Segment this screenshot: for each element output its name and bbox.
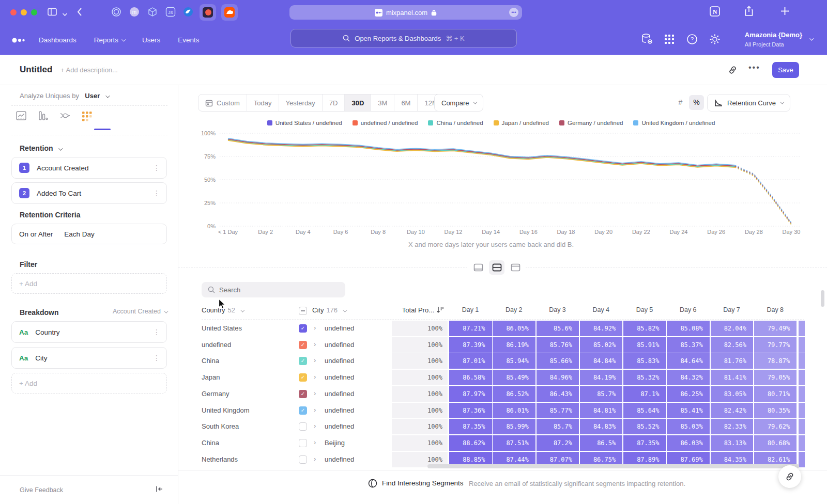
share-link-fab[interactable] xyxy=(778,465,801,488)
back-icon[interactable] xyxy=(76,7,83,19)
day-column-header[interactable]: Day 2 xyxy=(493,306,535,313)
expand-row-icon[interactable]: › xyxy=(314,324,316,332)
range-3m[interactable]: 3M xyxy=(371,94,394,111)
extension-ring-icon[interactable] xyxy=(111,7,121,19)
extension-avatar-icon[interactable]: m xyxy=(129,7,140,19)
row-checkbox-unchecked[interactable] xyxy=(299,455,307,464)
row-checkbox-checked[interactable]: ✓ xyxy=(299,341,307,349)
expand-row-icon[interactable]: › xyxy=(314,356,316,364)
legend-item[interactable]: China / undefined xyxy=(428,120,483,126)
legend-item[interactable]: United States / undefined xyxy=(267,120,342,126)
row-checkbox-checked[interactable]: ✓ xyxy=(299,357,307,365)
row-checkbox-unchecked[interactable] xyxy=(299,439,307,447)
expand-row-icon[interactable]: › xyxy=(314,340,316,348)
sort-descending-icon[interactable] xyxy=(436,306,444,316)
retention-criteria-card[interactable]: On or After Each Day xyxy=(11,224,167,244)
save-button[interactable]: Save xyxy=(772,62,799,78)
nav-item-reports[interactable]: Reports xyxy=(94,36,125,44)
percent-values-toggle[interactable]: % xyxy=(689,95,704,110)
range-yesterday[interactable]: Yesterday xyxy=(279,94,323,111)
range-7d[interactable]: 7D xyxy=(323,94,345,111)
close-window-button[interactable] xyxy=(10,9,17,15)
site-options-icon[interactable]: ••• xyxy=(509,8,518,17)
row-checkbox-checked[interactable]: ✓ xyxy=(299,390,307,398)
absolute-values-toggle[interactable]: # xyxy=(673,95,688,110)
legend-item[interactable]: undefined / undefined xyxy=(353,120,418,126)
extension-producthunt-tile[interactable] xyxy=(200,4,216,21)
page-title[interactable]: Untitled xyxy=(20,65,52,75)
table-search[interactable] xyxy=(202,282,345,297)
chevron-down-icon[interactable] xyxy=(62,9,68,19)
day-column-header[interactable]: Day 8 xyxy=(754,306,797,313)
tab-flows[interactable] xyxy=(59,110,71,122)
split-view-icon[interactable] xyxy=(489,260,504,275)
day-column-header[interactable]: Day 3 xyxy=(537,306,579,313)
extension-cube-icon[interactable] xyxy=(147,7,158,19)
chart-type-selector[interactable]: Retention Curve xyxy=(707,94,790,112)
legend-item[interactable]: United Kingdom / undefined xyxy=(633,120,715,126)
tab-funnels[interactable] xyxy=(37,110,50,122)
tab-retention[interactable] xyxy=(81,110,93,122)
expand-row-icon[interactable]: › xyxy=(314,455,316,463)
expand-row-icon[interactable]: › xyxy=(314,389,316,397)
expand-row-icon[interactable]: › xyxy=(314,438,316,446)
day-column-header[interactable]: Day 5 xyxy=(623,306,666,313)
horizontal-scrollbar[interactable] xyxy=(427,464,799,468)
day-column-header[interactable]: Day 1 xyxy=(449,306,492,313)
mixpanel-logo[interactable] xyxy=(11,36,29,45)
select-all-checkbox[interactable] xyxy=(299,307,307,315)
kebab-menu-icon[interactable]: ⋮ xyxy=(153,189,160,197)
project-selector[interactable]: Amazonia {Demo} All Project Data xyxy=(745,30,813,49)
analyze-uniques-row[interactable]: Analyze Uniques by User xyxy=(20,91,109,100)
extension-bird-icon[interactable] xyxy=(183,7,193,19)
vertical-scrollbar[interactable] xyxy=(821,290,824,307)
settings-gear-icon[interactable] xyxy=(709,34,721,47)
criteria-interval[interactable]: Each Day xyxy=(64,230,95,238)
legend-item[interactable]: Japan / undefined xyxy=(494,120,549,126)
criteria-mode[interactable]: On or After xyxy=(19,230,53,238)
chart-only-view-icon[interactable] xyxy=(470,260,486,275)
add-description-button[interactable]: + Add description... xyxy=(60,66,118,74)
notion-extension-icon[interactable]: N xyxy=(709,6,721,19)
give-feedback-link[interactable]: Give Feedback xyxy=(20,486,63,494)
collapse-sidebar-icon[interactable] xyxy=(155,485,163,495)
breakdown-event-selector[interactable]: Account Created xyxy=(113,308,167,315)
row-checkbox-checked[interactable]: ✓ xyxy=(299,324,307,333)
find-segments-title[interactable]: Find Interesting Segments xyxy=(382,479,464,487)
range-30d[interactable]: 30D xyxy=(345,94,371,111)
day-column-header[interactable]: Day 7 xyxy=(711,306,753,313)
apps-grid-icon[interactable] xyxy=(664,34,675,46)
expand-row-icon[interactable]: › xyxy=(314,406,316,414)
add-filter-button[interactable]: + Add xyxy=(11,273,167,294)
extension-js-icon[interactable]: JS xyxy=(165,7,176,19)
more-options-icon[interactable]: ••• xyxy=(748,63,760,72)
total-column-header[interactable]: Total Pro... xyxy=(382,306,434,314)
expand-row-icon[interactable]: › xyxy=(314,422,316,430)
row-checkbox-checked[interactable]: ✓ xyxy=(299,406,307,415)
row-checkbox-unchecked[interactable] xyxy=(299,422,307,431)
share-icon[interactable] xyxy=(743,5,755,20)
row-checkbox-checked[interactable]: ✓ xyxy=(299,373,307,382)
copy-link-icon[interactable] xyxy=(728,65,738,77)
table-search-input[interactable] xyxy=(219,286,333,294)
global-search-button[interactable]: Open Reports & Dashboards ⌘ + K xyxy=(290,29,517,48)
help-icon[interactable]: ? xyxy=(686,34,698,47)
range-6m[interactable]: 6M xyxy=(394,94,418,111)
retention-section-header[interactable]: Retention xyxy=(20,144,62,153)
address-bar[interactable]: mixpanel.com ••• xyxy=(289,5,522,20)
nav-item-users[interactable]: Users xyxy=(142,36,160,44)
step-card-added-to-cart[interactable]: 2 Added To Cart ⋮ xyxy=(11,182,167,204)
range-custom[interactable]: Custom xyxy=(198,94,247,111)
zoom-window-button[interactable] xyxy=(31,9,37,15)
range-today[interactable]: Today xyxy=(247,94,279,111)
compare-button[interactable]: Compare xyxy=(434,94,483,112)
nav-item-events[interactable]: Events xyxy=(178,36,199,44)
sidebar-toggle-icon[interactable] xyxy=(47,6,58,20)
legend-item[interactable]: Germany / undefined xyxy=(559,120,623,126)
new-tab-icon[interactable] xyxy=(779,6,790,19)
expand-row-icon[interactable]: › xyxy=(314,373,316,381)
minimize-window-button[interactable] xyxy=(21,9,27,15)
tab-insights[interactable] xyxy=(16,110,28,122)
data-management-icon[interactable] xyxy=(641,33,653,48)
city-column-header[interactable]: City176 xyxy=(312,306,346,314)
